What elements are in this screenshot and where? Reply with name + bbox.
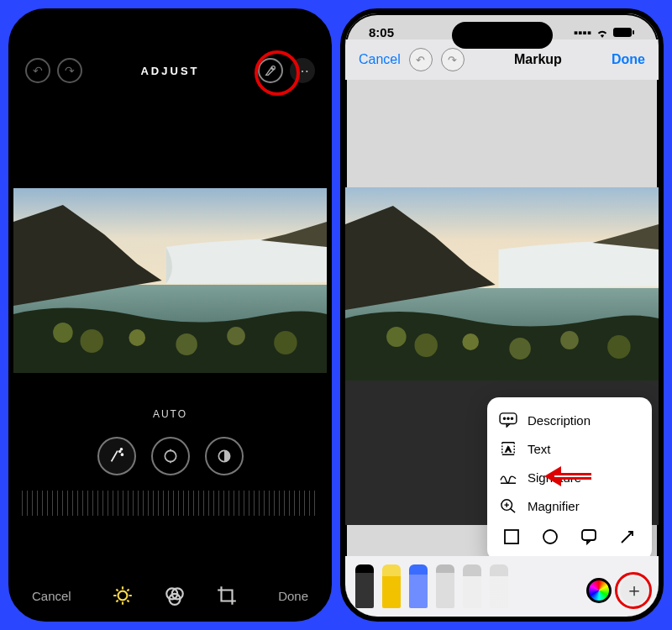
svg-point-3 (53, 323, 73, 343)
svg-point-35 (509, 338, 531, 360)
svg-point-41 (511, 417, 512, 419)
svg-line-51 (622, 532, 633, 543)
undo-icon[interactable]: ↶ (25, 58, 50, 83)
text-box-icon: A (499, 441, 517, 456)
svg-point-36 (560, 331, 579, 349)
edit-topbar: ↶ ↷ ADJUST ⋯ (13, 45, 327, 96)
svg-point-33 (414, 333, 437, 357)
svg-point-34 (462, 333, 479, 350)
magnifier-icon (499, 498, 517, 513)
lasso-tool[interactable] (463, 564, 481, 608)
battery-icon (613, 27, 635, 38)
shape-speech-icon[interactable] (580, 528, 597, 549)
edit-mode-title: ADJUST (140, 65, 199, 77)
dynamic-island (452, 22, 553, 49)
markup-tool-tray: ＋ (345, 556, 659, 617)
auto-dial[interactable] (97, 437, 136, 475)
color-picker-button[interactable] (586, 578, 612, 603)
markup-screen: 8:05 ▪▪▪▪ Cancel ↶ ↷ Markup Done (340, 8, 664, 622)
menu-text[interactable]: A Text (497, 434, 642, 463)
svg-line-45 (511, 509, 515, 513)
svg-text:A: A (506, 444, 512, 454)
svg-point-32 (386, 327, 407, 347)
edited-photo (13, 188, 327, 373)
eraser-tool[interactable] (436, 564, 454, 608)
clock: 8:05 (369, 25, 394, 39)
svg-line-22 (127, 600, 129, 601)
wifi-icon (595, 27, 610, 39)
svg-point-8 (274, 331, 297, 354)
svg-point-49 (543, 530, 557, 543)
adjust-tab-icon[interactable] (112, 585, 134, 606)
exposure-dial[interactable] (151, 437, 190, 475)
svg-point-10 (121, 454, 123, 455)
filters-tab-icon[interactable] (164, 585, 186, 606)
svg-point-6 (176, 333, 197, 355)
svg-rect-50 (582, 530, 596, 540)
pen-tool[interactable] (355, 564, 374, 608)
adjust-dials (13, 437, 327, 475)
svg-rect-48 (505, 530, 518, 543)
svg-point-5 (129, 329, 145, 346)
cancel-button[interactable]: Cancel (32, 589, 71, 603)
markup-button[interactable] (258, 58, 283, 83)
shape-row (497, 520, 642, 553)
svg-point-39 (503, 417, 505, 419)
highlighter-tool[interactable] (382, 564, 401, 608)
svg-point-11 (120, 449, 122, 450)
svg-rect-28 (613, 28, 632, 37)
svg-line-21 (116, 589, 118, 591)
ruler-tool[interactable] (490, 564, 508, 608)
svg-line-23 (116, 600, 118, 601)
adjust-slider-ruler[interactable] (22, 491, 318, 516)
menu-text-label: Text (528, 442, 551, 456)
svg-rect-29 (633, 30, 634, 34)
menu-magnifier-label: Magnifier (528, 499, 580, 513)
brilliance-dial[interactable] (205, 437, 244, 475)
pencil-tool[interactable] (409, 564, 428, 608)
menu-signature-label: Signature (528, 470, 581, 485)
menu-description[interactable]: Description (497, 406, 642, 434)
svg-point-12 (165, 450, 176, 461)
svg-point-7 (227, 327, 245, 345)
markup-photo[interactable] (345, 187, 659, 381)
redo-icon[interactable]: ↷ (441, 48, 465, 71)
shape-arrow-icon[interactable] (619, 528, 636, 549)
shape-square-icon[interactable] (503, 528, 520, 549)
menu-signature[interactable]: Signature (497, 463, 642, 491)
done-button[interactable]: Done (612, 52, 645, 67)
svg-point-37 (607, 335, 630, 359)
add-menu-popup: Description A Text Signature Magnifier (487, 397, 652, 561)
shape-circle-icon[interactable] (542, 528, 559, 549)
svg-point-40 (507, 417, 509, 419)
signature-icon (499, 470, 517, 485)
cell-signal-icon: ▪▪▪▪ (574, 25, 591, 39)
svg-point-9 (118, 451, 120, 453)
adjust-name-label: AUTO (13, 408, 327, 420)
svg-point-0 (271, 66, 275, 70)
menu-description-label: Description (528, 413, 591, 428)
add-button[interactable]: ＋ (620, 576, 648, 605)
svg-line-24 (127, 589, 129, 591)
edit-bottom-tabs: Cancel Done (13, 585, 327, 606)
description-icon (499, 412, 517, 428)
menu-magnifier[interactable]: Magnifier (497, 491, 642, 520)
svg-point-4 (81, 329, 103, 353)
more-options-icon[interactable]: ⋯ (290, 58, 315, 83)
screen-title: Markup (514, 52, 562, 67)
redo-icon[interactable]: ↷ (57, 58, 82, 83)
undo-icon[interactable]: ↶ (409, 48, 433, 71)
crop-tab-icon[interactable] (216, 585, 238, 606)
svg-point-16 (118, 591, 128, 601)
cancel-button[interactable]: Cancel (359, 52, 401, 67)
photos-edit-screen: ↶ ↷ ADJUST ⋯ (8, 8, 332, 622)
done-button[interactable]: Done (278, 589, 308, 603)
